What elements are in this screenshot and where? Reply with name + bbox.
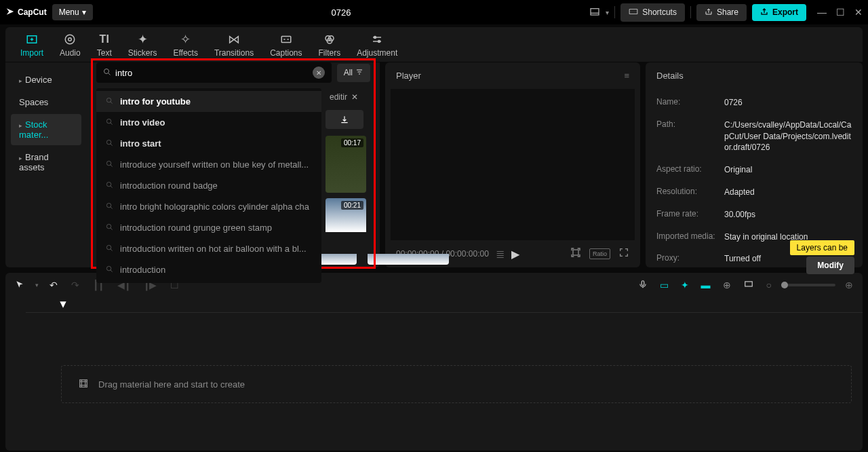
audio-icon bbox=[64, 32, 76, 47]
tab-captions[interactable]: Captions bbox=[262, 28, 310, 62]
suggestion-item[interactable]: intro bright holographic colors cylinder… bbox=[96, 196, 321, 217]
modify-button[interactable]: Modify bbox=[806, 257, 854, 274]
play-icon[interactable]: ▶ bbox=[511, 248, 519, 261]
app-name: CapCut bbox=[18, 7, 47, 17]
fullscreen-icon[interactable] bbox=[618, 247, 629, 261]
tab-adjustment[interactable]: Adjustment bbox=[349, 28, 406, 62]
svg-point-17 bbox=[106, 161, 111, 165]
sidebar-item-device[interactable]: ▸Device bbox=[11, 69, 81, 90]
suggestion-item[interactable]: introduction written on hot air balloon … bbox=[96, 238, 321, 259]
svg-point-20 bbox=[106, 224, 111, 228]
search-icon bbox=[103, 68, 111, 78]
svg-rect-2 bbox=[629, 9, 637, 14]
tab-filters[interactable]: Filters bbox=[311, 28, 349, 62]
search-input[interactable] bbox=[115, 68, 309, 78]
tab-stickers[interactable]: ✦ Stickers bbox=[120, 28, 165, 62]
svg-point-16 bbox=[106, 140, 111, 144]
svg-rect-24 bbox=[745, 281, 752, 286]
preview-icon[interactable] bbox=[741, 278, 757, 293]
chevron-down-icon[interactable]: ▾ bbox=[606, 9, 609, 16]
share-button[interactable]: Share bbox=[696, 4, 747, 21]
zoom-in-icon[interactable]: ⊕ bbox=[842, 278, 856, 292]
magnet-icon[interactable]: ⊕ bbox=[720, 278, 734, 292]
detail-aspect: Original bbox=[724, 164, 852, 176]
suggestion-item[interactable]: introduce yourself written on blue key o… bbox=[96, 154, 321, 175]
redo-icon[interactable]: ↷ bbox=[68, 278, 82, 292]
pointer-tool-icon[interactable] bbox=[12, 278, 27, 293]
svg-rect-23 bbox=[642, 280, 644, 285]
capcut-logo-icon bbox=[5, 7, 15, 18]
ratio-button[interactable]: Ratio bbox=[589, 248, 610, 259]
svg-rect-12 bbox=[573, 250, 578, 255]
chevron-down-icon[interactable]: ▾ bbox=[35, 282, 39, 288]
minimize-icon[interactable]: — bbox=[817, 7, 827, 18]
svg-rect-6 bbox=[281, 36, 291, 42]
filter-icon bbox=[355, 68, 363, 78]
menu-button[interactable]: Menu ▾ bbox=[52, 4, 93, 20]
search-icon bbox=[106, 244, 113, 253]
track-mode2-icon[interactable]: ✦ bbox=[678, 278, 692, 292]
tab-transitions[interactable]: ⋈ Transitions bbox=[206, 28, 262, 62]
menu-icon[interactable]: ≡ bbox=[624, 71, 629, 81]
playhead[interactable] bbox=[58, 300, 68, 309]
search-input-wrap[interactable]: ✕ bbox=[96, 62, 332, 83]
search-icon bbox=[106, 181, 113, 190]
sidebar-item-brand[interactable]: ▸Brand assets bbox=[11, 147, 81, 178]
search-overlay: ✕ All intro for youtube intro video intr… bbox=[92, 60, 374, 286]
search-icon bbox=[106, 265, 113, 274]
media-tabstrip: Import Audio TI Text ✦ Stickers ✧ Effect… bbox=[5, 27, 863, 62]
svg-point-5 bbox=[68, 37, 72, 41]
undo-icon[interactable]: ↶ bbox=[47, 278, 60, 292]
track-mode-icon[interactable]: ▭ bbox=[657, 278, 671, 292]
zoom-slider[interactable] bbox=[781, 284, 835, 286]
stickers-icon: ✦ bbox=[138, 32, 148, 47]
timeline[interactable]: Drag material here and start to create bbox=[5, 297, 863, 451]
close-icon[interactable]: ✕ bbox=[854, 7, 863, 18]
suggestion-item[interactable]: introduction round badge bbox=[96, 175, 321, 196]
tab-import[interactable]: Import bbox=[12, 28, 52, 62]
timeline-drop-zone[interactable]: Drag material here and start to create bbox=[61, 365, 852, 403]
suggestion-item[interactable]: intro video bbox=[96, 112, 321, 133]
maximize-icon[interactable]: ☐ bbox=[836, 7, 845, 18]
keyboard-icon bbox=[629, 7, 638, 18]
mic-icon[interactable] bbox=[635, 278, 650, 293]
svg-point-22 bbox=[106, 266, 111, 270]
topbar: CapCut Menu ▾ 0726 ▾ Shortcuts Share bbox=[0, 0, 868, 24]
details-title: Details bbox=[646, 62, 863, 89]
timeline-axis bbox=[26, 312, 863, 313]
tooltip: Layers can be bbox=[790, 240, 854, 255]
clear-search-button[interactable]: ✕ bbox=[313, 67, 325, 79]
tab-text[interactable]: TI Text bbox=[89, 28, 120, 62]
track-mode3-icon[interactable]: ▬ bbox=[698, 278, 713, 292]
sidebar-item-stock[interactable]: ▸Stock mater... bbox=[11, 114, 81, 145]
svg-point-4 bbox=[66, 35, 75, 44]
filter-all-button[interactable]: All bbox=[337, 64, 370, 82]
svg-point-10 bbox=[374, 36, 376, 38]
project-title: 0726 bbox=[98, 7, 585, 18]
shortcuts-button[interactable]: Shortcuts bbox=[620, 3, 685, 22]
svg-point-11 bbox=[378, 40, 380, 42]
filters-icon bbox=[323, 32, 336, 47]
stock-thumb[interactable] bbox=[368, 254, 449, 265]
tab-audio[interactable]: Audio bbox=[52, 28, 89, 62]
layout-icon[interactable] bbox=[589, 7, 600, 18]
export-button[interactable]: Export bbox=[752, 4, 806, 21]
svg-point-14 bbox=[106, 98, 111, 102]
list-icon[interactable]: ≣ bbox=[496, 248, 505, 261]
suggestion-item[interactable]: introduction round grunge green stamp bbox=[96, 217, 321, 238]
sidebar-item-spaces[interactable]: Spaces bbox=[11, 92, 81, 113]
transitions-icon: ⋈ bbox=[228, 32, 240, 47]
app-logo: CapCut bbox=[5, 7, 47, 18]
detail-framerate: 30.00fps bbox=[724, 209, 852, 221]
player-viewport bbox=[391, 89, 635, 240]
zoom-out-icon[interactable]: ○ bbox=[764, 278, 774, 292]
suggestion-item[interactable]: introduction bbox=[96, 259, 321, 280]
suggestion-item[interactable]: intro start bbox=[96, 133, 321, 154]
search-icon bbox=[106, 139, 113, 148]
svg-point-13 bbox=[104, 69, 109, 73]
suggestion-item[interactable]: intro for youtube bbox=[96, 91, 321, 112]
scale-icon[interactable] bbox=[570, 247, 581, 261]
search-icon bbox=[106, 223, 113, 232]
player-panel: Player ≡ 00:00:00:00 / 00:00:00:00 ≣ ▶ R… bbox=[385, 62, 640, 267]
tab-effects[interactable]: ✧ Effects bbox=[165, 28, 205, 62]
